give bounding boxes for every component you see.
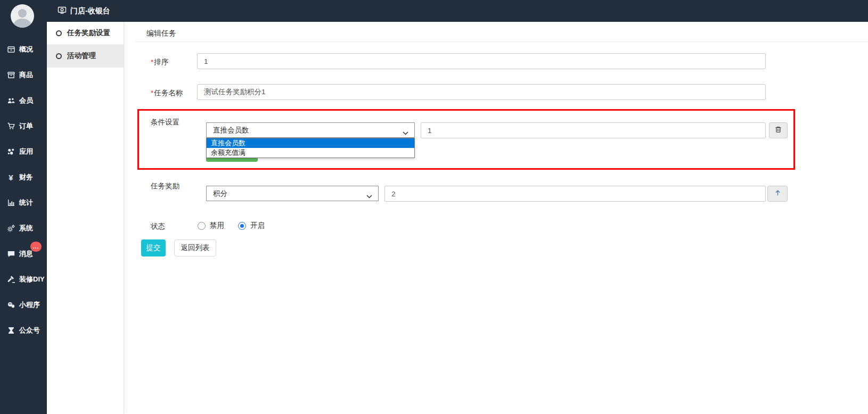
submenu-item-task-reward-settings[interactable]: 任务奖励设置 xyxy=(47,22,124,45)
condition-value-input[interactable] xyxy=(421,122,766,138)
status-label: 状态 xyxy=(151,222,165,231)
condition-selected-value: 直推会员数 xyxy=(213,126,249,135)
apps-icon xyxy=(6,147,15,156)
status-radio-group: 禁用 开启 xyxy=(198,221,274,230)
sidebar-item-label: 商品 xyxy=(19,70,33,80)
sidebar-item-label: 会员 xyxy=(19,96,33,105)
sidebar-item-label: 系统 xyxy=(19,223,33,233)
main-sidebar: 概况 商品 会员 订单 应用 ¥ 财务 统计 系统 xyxy=(0,0,47,414)
sidebar-item-label: 财务 xyxy=(19,172,33,182)
condition-label: 条件设置 xyxy=(151,118,179,127)
sidebar-item-label: 装修DIY xyxy=(19,275,45,284)
submenu-item-activity-management[interactable]: 活动管理 xyxy=(47,45,124,68)
required-mark: * xyxy=(151,58,153,66)
bar-chart-icon xyxy=(6,198,15,208)
sidebar-item-label: 小程序 xyxy=(19,300,40,310)
submenu-item-label: 活动管理 xyxy=(67,51,96,61)
sort-label: *排序 xyxy=(151,57,168,67)
move-up-button[interactable] xyxy=(767,186,788,202)
task-name-label: *任务名称 xyxy=(151,88,183,98)
chevron-down-icon xyxy=(403,129,408,137)
sidebar-item-label: 公众号 xyxy=(19,326,40,335)
app-title: 门店-收银台 xyxy=(70,6,110,16)
sidebar-item-system[interactable]: 系统 xyxy=(0,221,47,235)
yen-icon: ¥ xyxy=(6,173,15,182)
avatar[interactable] xyxy=(11,4,34,28)
dropdown-option-balance-recharge[interactable]: 余额充值满 xyxy=(207,148,414,158)
submenu-item-label: 任务奖励设置 xyxy=(67,28,110,38)
sidebar-item-members[interactable]: 会员 xyxy=(0,94,47,107)
sidebar-item-overview[interactable]: 概况 xyxy=(0,43,47,56)
required-mark: * xyxy=(151,89,153,97)
sidebar-item-goods[interactable]: 商品 xyxy=(0,68,47,82)
condition-type-select[interactable]: 直推会员数 xyxy=(206,122,415,138)
sidebar-item-label: 消息 xyxy=(19,249,33,259)
reward-value-input[interactable] xyxy=(384,186,766,202)
condition-dropdown-list: 直推会员数 余额充值满 xyxy=(206,138,415,158)
page: 门店-收银台 概况 商品 会员 订单 应用 ¥ 财务 xyxy=(0,0,868,414)
sidebar-item-label: 统计 xyxy=(19,198,33,208)
submit-button[interactable]: 提交 xyxy=(141,239,166,256)
reward-label: 任务奖励 xyxy=(151,181,179,191)
gavel-icon xyxy=(6,275,15,284)
chat-bubble-icon xyxy=(6,250,15,259)
radio-disabled[interactable] xyxy=(198,222,206,230)
dropdown-option-direct-members[interactable]: 直推会员数 xyxy=(207,138,414,148)
circle-icon xyxy=(56,30,62,36)
radio-disabled-label[interactable]: 禁用 xyxy=(210,221,224,230)
sidebar-item-apps[interactable]: 应用 xyxy=(0,145,47,159)
circle-icon xyxy=(56,53,62,59)
reward-selected-value: 积分 xyxy=(213,189,227,198)
messages-badge: ... xyxy=(30,242,42,252)
sidebar-item-label: 应用 xyxy=(19,147,33,156)
sidebar-item-stats[interactable]: 统计 xyxy=(0,196,47,210)
sort-input[interactable] xyxy=(197,53,766,69)
trash-icon xyxy=(774,126,782,136)
radio-enabled-label[interactable]: 开启 xyxy=(250,221,265,230)
gears-icon xyxy=(6,224,15,233)
app-title-wrap: 门店-收银台 xyxy=(58,0,110,22)
sidebar-item-finance[interactable]: ¥ 财务 xyxy=(0,170,47,184)
sidebar-item-label: 订单 xyxy=(19,121,33,131)
arrow-up-icon xyxy=(774,189,782,199)
page-title: 编辑任务 xyxy=(146,29,176,38)
chevron-down-icon xyxy=(366,192,372,200)
hourglass-icon xyxy=(6,326,15,335)
content-header: 编辑任务 xyxy=(136,29,868,42)
miniprogram-icon xyxy=(6,301,15,310)
users-icon xyxy=(6,96,15,105)
sidebar-item-label: 概况 xyxy=(19,45,33,54)
task-name-input[interactable] xyxy=(197,84,766,100)
secondary-sidebar: 任务奖励设置 活动管理 xyxy=(47,22,124,414)
reward-type-select[interactable]: 积分 xyxy=(206,186,379,201)
sidebar-item-diy[interactable]: 装修DIY xyxy=(0,272,47,286)
cart-icon xyxy=(6,122,15,131)
back-to-list-button[interactable]: 返回列表 xyxy=(174,239,216,256)
sidebar-item-official-account[interactable]: 公众号 xyxy=(0,324,47,337)
topbar: 门店-收银台 xyxy=(0,0,868,22)
overview-box-icon xyxy=(6,45,15,54)
cashier-icon xyxy=(58,6,67,16)
sidebar-item-miniprogram[interactable]: 小程序 xyxy=(0,298,47,312)
sidebar-item-orders[interactable]: 订单 xyxy=(0,119,47,133)
goods-box-icon xyxy=(6,71,15,80)
radio-enabled[interactable] xyxy=(238,222,246,230)
delete-condition-button[interactable] xyxy=(769,122,788,138)
